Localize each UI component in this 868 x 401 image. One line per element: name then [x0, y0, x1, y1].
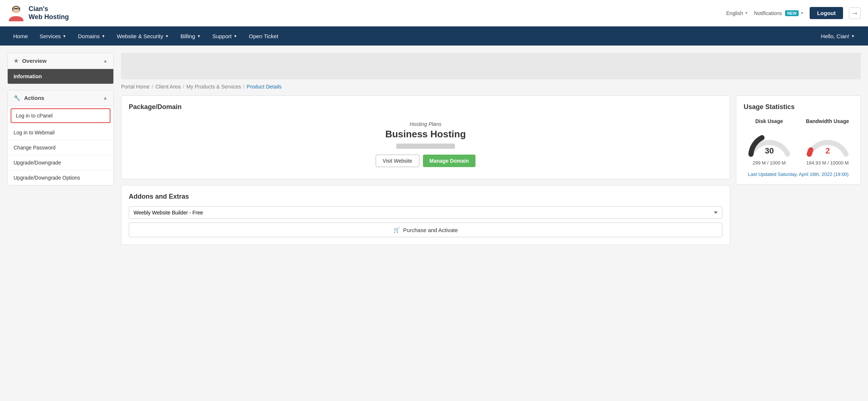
breadcrumb-client-area[interactable]: Client Area	[156, 84, 180, 90]
breadcrumb-product-details: Product Details	[247, 84, 282, 90]
usage-gauges: Disk Usage 30 299 M / 1000 M	[744, 118, 853, 166]
bandwidth-usage-value: 184.93 M / 10000 M	[802, 160, 853, 166]
sidebar-item-change-password[interactable]: Change Password	[8, 140, 113, 155]
logo-avatar	[7, 4, 25, 22]
addon-select-row: Weebly Website Builder - FreeWeebly Webs…	[129, 206, 722, 219]
content-main: Package/Domain Hosting Plans Business Ho…	[121, 95, 730, 251]
exit-icon[interactable]: →	[849, 7, 861, 19]
header-image	[121, 53, 861, 79]
breadcrumb: Portal Home / Client Area / My Products …	[121, 84, 861, 90]
nav-website-security-chevron-icon: ▼	[165, 34, 169, 38]
sidebar-actions-header: 🔧 Actions ▲	[8, 90, 113, 106]
language-selector[interactable]: English ▼	[726, 10, 748, 16]
sidebar: ★ Overview ▲ Information 🔧 Actions ▲ Log…	[7, 53, 114, 191]
sidebar-overview-section: ★ Overview ▲ Information	[7, 53, 114, 84]
visit-website-button[interactable]: Visit Website	[376, 155, 419, 167]
logout-button[interactable]: Logout	[810, 7, 843, 19]
breadcrumb-my-products[interactable]: My Products & Services	[186, 84, 241, 90]
nav-services-chevron-icon: ▼	[63, 34, 66, 38]
nav-user-chevron-icon: ▼	[851, 34, 855, 38]
sidebar-actions-label: Actions	[24, 95, 44, 101]
usage-last-updated: Last Updated Saturday, April 16th, 2022 …	[744, 171, 853, 177]
nav-open-ticket[interactable]: Open Ticket	[243, 26, 284, 46]
package-plan-info: Hosting Plans Business Hosting Visit Web…	[129, 117, 722, 171]
language-chevron-icon: ▼	[744, 11, 748, 15]
notifications-label: Notifications	[754, 10, 782, 16]
disk-usage-label: Disk Usage	[744, 118, 795, 124]
nav-domains[interactable]: Domains ▼	[72, 26, 111, 46]
sidebar-actions-section: 🔧 Actions ▲ Log in to cPanel Log in to W…	[7, 90, 114, 185]
nav-support[interactable]: Support ▼	[207, 26, 243, 46]
breadcrumb-sep-1: /	[152, 84, 153, 90]
manage-domain-button[interactable]: Manage Domain	[423, 155, 475, 167]
usage-stats-panel: Usage Statistics Disk Usage 30	[736, 95, 861, 185]
notifications-badge: NEW	[785, 10, 799, 16]
bandwidth-usage-gauge: Bandwidth Usage 2 184.93 M / 10000 M	[802, 118, 853, 166]
sidebar-item-login-webmail[interactable]: Log in to Webmail	[8, 125, 113, 140]
nav-home[interactable]: Home	[7, 26, 34, 46]
language-label: English	[726, 10, 743, 16]
sidebar-overview-header: ★ Overview ▲	[8, 53, 113, 69]
svg-point-2	[13, 7, 19, 12]
notifications-selector[interactable]: Notifications NEW ▼	[754, 10, 804, 16]
addon-select[interactable]: Weebly Website Builder - FreeWeebly Webs…	[129, 206, 722, 219]
sidebar-overview-label: Overview	[22, 58, 47, 64]
nav-billing-chevron-icon: ▼	[197, 34, 201, 38]
nav-bar: Home Services ▼ Domains ▼ Website & Secu…	[0, 26, 868, 46]
cart-icon: 🛒	[393, 227, 400, 233]
top-bar: Cian's Web Hosting English ▼ Notificatio…	[0, 0, 868, 26]
main-layout: ★ Overview ▲ Information 🔧 Actions ▲ Log…	[0, 46, 868, 258]
disk-usage-svg: 30	[745, 129, 793, 158]
addons-card: Addons and Extras Weebly Website Builder…	[121, 185, 730, 245]
notifications-chevron-icon: ▼	[800, 11, 804, 15]
content-columns: Package/Domain Hosting Plans Business Ho…	[121, 95, 861, 251]
nav-services[interactable]: Services ▼	[34, 26, 72, 46]
logo-area: Cian's Web Hosting	[7, 4, 69, 22]
nav-support-chevron-icon: ▼	[233, 34, 237, 38]
package-domain-card: Package/Domain Hosting Plans Business Ho…	[121, 95, 730, 179]
overview-collapse-icon[interactable]: ▲	[103, 58, 107, 64]
disk-usage-value: 299 M / 1000 M	[744, 160, 795, 166]
actions-collapse-icon[interactable]: ▲	[103, 95, 107, 101]
nav-user-greeting[interactable]: Hello, Cian! ▼	[815, 26, 861, 46]
bandwidth-usage-label: Bandwidth Usage	[802, 118, 853, 124]
svg-text:30: 30	[765, 146, 773, 155]
star-icon: ★	[14, 58, 18, 64]
plan-label: Hosting Plans	[129, 121, 722, 127]
breadcrumb-sep-2: /	[183, 84, 184, 90]
nav-website-security[interactable]: Website & Security ▼	[111, 26, 175, 46]
nav-domains-chevron-icon: ▼	[102, 34, 105, 38]
plan-domain-blurred	[396, 144, 455, 149]
disk-usage-gauge: Disk Usage 30 299 M / 1000 M	[744, 118, 795, 166]
brand-name: Cian's Web Hosting	[29, 5, 69, 21]
usage-stats-title: Usage Statistics	[744, 103, 853, 111]
sidebar-item-upgrade-downgrade[interactable]: Upgrade/Downgrade	[8, 155, 113, 170]
sidebar-item-information[interactable]: Information	[8, 69, 113, 84]
top-right-controls: English ▼ Notifications NEW ▼ Logout →	[726, 7, 861, 19]
package-actions: Visit Website Manage Domain	[129, 155, 722, 167]
purchase-activate-button[interactable]: 🛒 Purchase and Activate	[129, 223, 722, 237]
usage-stats-card: Usage Statistics Disk Usage 30	[736, 95, 861, 185]
plan-name: Business Hosting	[129, 129, 722, 140]
breadcrumb-sep-3: /	[243, 84, 245, 90]
sidebar-item-upgrade-downgrade-options[interactable]: Upgrade/Downgrade Options	[8, 170, 113, 185]
breadcrumb-portal-home[interactable]: Portal Home	[121, 84, 150, 90]
bandwidth-usage-svg: 2	[804, 129, 851, 158]
wrench-icon: 🔧	[14, 95, 21, 101]
sidebar-item-login-cpanel[interactable]: Log in to cPanel	[11, 108, 110, 123]
package-card-title: Package/Domain	[129, 103, 722, 111]
nav-billing[interactable]: Billing ▼	[175, 26, 207, 46]
content-area: Portal Home / Client Area / My Products …	[121, 53, 861, 251]
svg-text:2: 2	[825, 146, 829, 155]
addons-card-title: Addons and Extras	[129, 193, 722, 201]
